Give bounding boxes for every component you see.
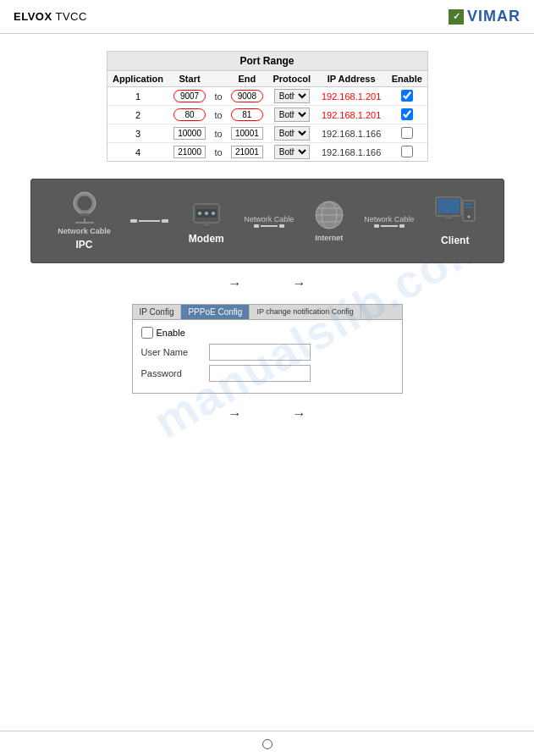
svg-point-10 [212,212,215,215]
start-input[interactable] [173,127,206,140]
pppoe-tabs: IP Config PPPoE Config IP change notific… [133,305,402,320]
client-label: Client [441,235,469,246]
col-application: Application [107,71,169,87]
cell-to: to [211,124,226,143]
cell-start[interactable] [168,87,210,106]
modem-label: Modem [189,233,224,245]
cell-protocol[interactable]: Both [268,143,316,162]
cell-enable[interactable] [387,124,427,143]
camera-icon [67,191,102,223]
cell-end[interactable] [226,87,267,106]
end-input[interactable] [231,90,263,102]
cell-to: to [211,143,226,162]
end-input[interactable] [231,146,263,158]
modem-item: Modem [189,197,224,245]
cell-app: 4 [107,143,169,162]
bottom-arrow-2: → [293,406,306,422]
username-row: User Name [141,344,394,361]
cell-ip: 192.168.1.166 [316,124,387,143]
cell-end[interactable] [226,106,267,124]
cable-connector-2: Network Cable [244,215,294,228]
start-input[interactable] [173,146,206,158]
cell-start[interactable] [168,106,210,124]
bottom-arrow-1: → [228,406,242,422]
internet-icon [314,200,344,230]
main-content: manualslib.com Port Range Application St… [0,34,534,731]
tab-ip-change-notification[interactable]: IP change notification Config [250,305,361,319]
brand-normal: TVCC [52,10,87,23]
pppoe-body: Enable User Name Password [133,320,402,393]
cell-ip: 192.168.1.166 [316,143,387,162]
enable-row: Enable [141,327,394,339]
username-input[interactable] [209,344,311,361]
internet-label: Internet [315,234,343,242]
bottom-arrows: → → [25,406,509,422]
cell-start[interactable] [168,124,210,143]
bottom-arrow-1-symbol: → [228,406,242,422]
cell-start[interactable] [168,143,210,162]
cable3-label: Network Cable [364,215,414,223]
cell-protocol[interactable]: Both [268,106,316,124]
protocol-select[interactable]: Both [274,126,310,141]
tab-ip-config[interactable]: IP Config [133,305,182,319]
tab-pppoe-config[interactable]: PPPoE Config [181,305,250,319]
port-range-title: Port Range [107,52,427,71]
ipc-label: IPC [75,239,92,251]
start-input[interactable] [173,90,206,102]
end-input[interactable] [231,108,263,121]
cell-protocol[interactable]: Both [268,87,316,106]
page-header: ELVOX TVCC ✓ VIMAR [0,0,534,34]
cell-enable[interactable] [387,87,427,106]
end-input[interactable] [231,127,263,140]
col-protocol: Protocol [268,71,316,87]
cell-ip: 192.168.1.201 [316,106,387,124]
cell-end[interactable] [226,124,267,143]
svg-rect-19 [438,199,460,213]
enable-checkbox-1[interactable] [401,108,413,120]
table-row: 2 to Both 192.168.1.201 [107,106,427,124]
password-row: Password [141,365,394,382]
enable-checkbox-0[interactable] [401,90,413,102]
pppoe-panel: IP Config PPPoE Config IP change notific… [132,304,403,394]
brand-bold: ELVOX [14,10,52,23]
svg-point-9 [205,212,208,215]
internet-item: Internet [314,200,344,242]
col-ip: IP Address [316,71,387,87]
cable-connector-3: Network Cable [364,215,414,228]
cell-protocol[interactable]: Both [268,124,316,143]
cell-ip: 192.168.1.201 [316,87,387,106]
cell-end[interactable] [226,143,267,162]
svg-point-25 [467,216,470,218]
col-sep [211,71,226,87]
arrow-2-symbol: → [293,276,306,291]
table-row: 3 to Both 192.168.1.166 [107,124,427,143]
cell-enable[interactable] [387,143,427,162]
logo: ✓ VIMAR [449,8,520,25]
enable-checkbox-2[interactable] [401,127,413,139]
svg-rect-24 [465,207,473,208]
col-start: Start [168,71,210,87]
top-arrows: → → [25,276,509,291]
arrow-1-symbol: → [228,276,242,291]
arrow-1: → [228,276,242,291]
enable-checkbox[interactable] [141,327,153,339]
cell-app: 2 [107,106,169,124]
protocol-select[interactable]: Both [274,89,310,103]
password-input[interactable] [209,365,311,382]
protocol-select[interactable]: Both [274,108,310,122]
table-row: 1 to Both 192.168.1.201 [107,87,427,106]
start-input[interactable] [173,108,206,121]
cell-to: to [211,106,226,124]
ipc-item: Network Cable IPC [58,191,111,251]
svg-rect-23 [465,203,473,205]
col-end: End [226,71,267,87]
svg-rect-20 [445,216,452,219]
client-icon [434,196,476,231]
modem-icon [190,197,223,229]
enable-checkbox-3[interactable] [401,146,413,157]
protocol-select[interactable]: Both [274,145,310,159]
table-header-row: Application Start End Protocol IP Addres… [107,71,427,87]
cell-enable[interactable] [387,106,427,124]
cable-connector-1 [130,219,168,223]
arrow-2: → [293,276,306,291]
